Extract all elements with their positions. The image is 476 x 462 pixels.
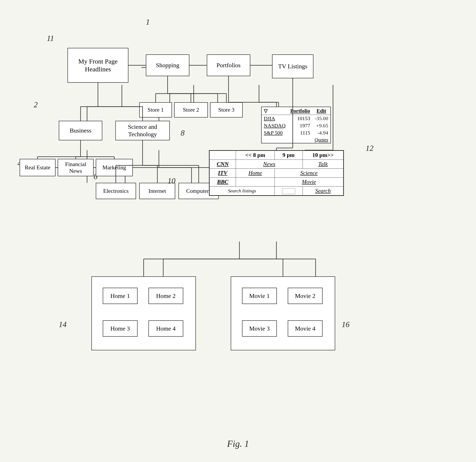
tv-listings-table[interactable]: << 8 pm 9 pm 10 pm>> CNN News Talk ITV H…: [209, 150, 344, 196]
movie3-box[interactable]: Movie 3: [242, 320, 277, 337]
tv-prog-science[interactable]: Science: [274, 169, 343, 177]
store3-box[interactable]: Store 3: [210, 102, 243, 118]
annotation-11: 11: [47, 34, 54, 43]
home1-box[interactable]: Home 1: [103, 288, 137, 304]
annotation-12: 12: [366, 144, 374, 153]
tv-search-label: Search listings: [210, 186, 275, 195]
business-box[interactable]: Business: [59, 121, 102, 140]
figure-label: Fig. 1: [227, 438, 249, 449]
home4-box[interactable]: Home 4: [148, 320, 183, 337]
portfolios-box[interactable]: Portfolios: [207, 54, 250, 76]
tv-search-input[interactable]: [274, 186, 303, 195]
store2-box[interactable]: Store 2: [174, 102, 208, 118]
diagram: 11 1 My Front Page Headlines Shopping Po…: [0, 0, 476, 462]
marketing-box[interactable]: Marketing: [96, 159, 133, 176]
real-estate-box[interactable]: Real Estate: [20, 159, 56, 176]
portfolio-header-edit[interactable]: Edit: [312, 107, 330, 115]
tv-prog-home[interactable]: Home: [236, 169, 274, 177]
portfolio-row-nasdaq: NASDAQ 1977 +9.65: [262, 122, 330, 129]
movie-subgraph: Movie 1 Movie 2 Movie 3 Movie 4: [231, 276, 335, 350]
movie4-box[interactable]: Movie 4: [288, 320, 323, 337]
annotation-16: 16: [342, 320, 349, 329]
movie1-box[interactable]: Movie 1: [242, 288, 277, 304]
tv-col-10pm: 10 pm>>: [303, 151, 343, 160]
tv-header-row: << 8 pm 9 pm 10 pm>>: [210, 151, 343, 160]
tv-row-itv: ITV Home Science: [210, 169, 343, 177]
shopping-box[interactable]: Shopping: [146, 54, 189, 76]
tv-row-bbc: BBC Movie: [210, 177, 343, 186]
tv-listings-box[interactable]: TV Listings: [272, 54, 314, 78]
tv-search-row: Search listings Search: [210, 186, 343, 195]
portfolio-widget[interactable]: ▽ Portfolio Edit DJIA 10153 -35.00 NASDA…: [261, 107, 331, 143]
portfolio-header-triangle: ▽: [262, 107, 288, 115]
movie2-box[interactable]: Movie 2: [288, 288, 323, 304]
annotation-8: 8: [181, 128, 185, 138]
tv-channel-itv[interactable]: ITV: [210, 169, 236, 177]
tv-col-channel: [210, 151, 236, 160]
home2-box[interactable]: Home 2: [148, 288, 183, 304]
tv-prog-talk[interactable]: Talk: [303, 160, 343, 169]
tv-search-field[interactable]: [282, 188, 295, 194]
annotation-14: 14: [59, 320, 67, 329]
tv-channel-cnn[interactable]: CNN: [210, 160, 236, 169]
electronics-box[interactable]: Electronics: [96, 183, 136, 199]
portfolio-row-sp500: S&P 500 1115 -4.94: [262, 129, 330, 136]
tv-col-8pm: << 8 pm: [236, 151, 274, 160]
quotes-link[interactable]: Quotes: [262, 136, 330, 143]
tv-search-button[interactable]: Search: [303, 186, 343, 195]
portfolio-header-portfolio[interactable]: Portfolio: [288, 107, 312, 115]
tv-row-cnn: CNN News Talk: [210, 160, 343, 169]
home3-box[interactable]: Home 3: [103, 320, 137, 337]
tv-col-9pm: 9 pm: [274, 151, 303, 160]
science-technology-box[interactable]: Science and Technology: [115, 121, 170, 140]
home-subgraph: Home 1 Home 2 Home 3 Home 4: [91, 276, 196, 350]
annotation-10: 10: [168, 176, 175, 185]
tv-prog-movie[interactable]: Movie: [274, 177, 343, 186]
tv-channel-bbc[interactable]: BBC: [210, 177, 236, 186]
annotation-1: 1: [146, 17, 150, 26]
annotation-2: 2: [34, 100, 38, 109]
my-front-page-headlines-box[interactable]: My Front Page Headlines: [68, 48, 128, 83]
store1-box[interactable]: Store 1: [139, 102, 172, 118]
tv-prog-news[interactable]: News: [236, 160, 303, 169]
financial-news-box[interactable]: Financial News: [58, 159, 94, 176]
portfolio-row-djia: DJIA 10153 -35.00: [262, 115, 330, 122]
